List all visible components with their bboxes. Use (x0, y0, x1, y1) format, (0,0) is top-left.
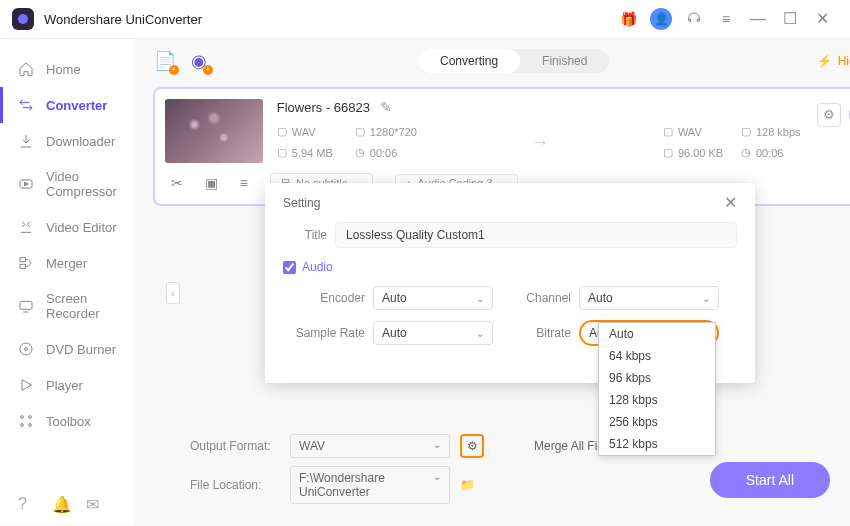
trim-icon[interactable]: ✂ (171, 175, 183, 191)
dest-format: WAV (678, 126, 702, 138)
output-format-settings-icon[interactable]: ⚙ (460, 434, 484, 458)
sidebar-item-editor[interactable]: Video Editor (0, 209, 135, 245)
sidebar-item-label: Converter (46, 98, 107, 113)
sidebar-item-label: Video Editor (46, 220, 117, 235)
high-speed-label: High Speed Conversion (838, 54, 850, 68)
source-duration: 00:06 (370, 147, 398, 159)
sample-rate-value: Auto (382, 326, 407, 340)
close-icon[interactable]: ✕ (812, 9, 832, 29)
status-tabs: Converting Finished (418, 49, 609, 73)
gift-icon[interactable]: 🎁 (618, 9, 638, 29)
output-settings-icon[interactable]: ⚙ (817, 103, 841, 127)
merger-icon (18, 255, 34, 271)
output-format-label: Output Format: (190, 439, 280, 453)
crop-icon[interactable]: ▣ (205, 175, 218, 191)
item-title-text: Flowers - 66823 (277, 100, 370, 115)
tab-finished[interactable]: Finished (520, 49, 609, 73)
audio-checkbox-row[interactable]: Audio (283, 260, 737, 274)
channel-label: Channel (501, 291, 571, 305)
channel-value: Auto (588, 291, 613, 305)
svg-rect-1 (20, 258, 25, 262)
chevron-down-icon: ⌄ (476, 328, 484, 339)
bolt-icon: ⚡ (817, 54, 832, 68)
notification-icon[interactable]: 🔔 (52, 496, 68, 512)
title-input[interactable] (335, 222, 737, 248)
encoder-select[interactable]: Auto⌄ (373, 286, 493, 310)
channel-select[interactable]: Auto⌄ (579, 286, 719, 310)
editor-icon (18, 219, 34, 235)
audio-checkbox[interactable] (283, 261, 296, 274)
feedback-icon[interactable]: ✉ (86, 496, 102, 512)
add-file-button[interactable]: 📄+ (153, 49, 177, 73)
sidebar-item-converter[interactable]: Converter (0, 87, 135, 123)
file-location-select[interactable]: F:\Wondershare UniConverter⌄ (290, 466, 450, 504)
source-size: 5.94 MB (292, 147, 333, 159)
bitrate-option[interactable]: 96 kbps (599, 367, 715, 389)
sample-rate-select[interactable]: Auto⌄ (373, 321, 493, 345)
size-icon: ▢ (277, 146, 287, 159)
video-thumbnail[interactable] (165, 99, 263, 163)
player-icon (18, 377, 34, 393)
edit-title-icon[interactable]: ✎ (380, 99, 392, 115)
dvd-icon (18, 341, 34, 357)
sidebar-item-label: Player (46, 378, 83, 393)
bitrate-option[interactable]: 64 kbps (599, 345, 715, 367)
home-icon (18, 61, 34, 77)
user-avatar-icon[interactable]: 👤 (650, 8, 672, 30)
bitrate-option[interactable]: Auto (599, 323, 715, 345)
sidebar-item-recorder[interactable]: Screen Recorder (0, 281, 135, 331)
minimize-icon[interactable]: — (748, 9, 768, 29)
resolution-icon: ▢ (355, 125, 365, 138)
bitrate-icon: ▢ (741, 125, 751, 138)
sample-rate-label: Sample Rate (283, 326, 365, 340)
svg-point-7 (29, 416, 32, 419)
dest-duration: 00:06 (756, 147, 784, 159)
file-location-label: File Location: (190, 478, 280, 492)
sidebar-item-downloader[interactable]: Downloader (0, 123, 135, 159)
bitrate-label: Bitrate (501, 326, 571, 340)
compressor-icon (18, 176, 34, 192)
svg-point-5 (25, 348, 28, 351)
format-icon: ▢ (277, 125, 287, 138)
dest-size: 96.00 KB (678, 147, 723, 159)
sidebar-item-compressor[interactable]: Video Compressor (0, 159, 135, 209)
menu-icon[interactable]: ≡ (716, 9, 736, 29)
arrow-icon: → (531, 132, 549, 153)
svg-rect-2 (20, 264, 25, 268)
sidebar-item-label: Downloader (46, 134, 115, 149)
size-icon: ▢ (663, 146, 673, 159)
headset-icon[interactable] (684, 9, 704, 29)
bitrate-option[interactable]: 512 kbps (599, 433, 715, 455)
audio-label: Audio (302, 260, 333, 274)
add-dvd-button[interactable]: ◉+ (187, 49, 211, 73)
close-panel-icon[interactable]: ✕ (724, 193, 737, 212)
chevron-down-icon: ⌄ (702, 293, 710, 304)
sidebar-item-home[interactable]: Home (0, 51, 135, 87)
sidebar-item-label: DVD Burner (46, 342, 116, 357)
panel-title: Setting (283, 196, 320, 210)
bitrate-option[interactable]: 256 kbps (599, 411, 715, 433)
app-logo (12, 8, 34, 30)
open-folder-icon[interactable]: 📁 (460, 478, 475, 492)
svg-point-4 (20, 343, 32, 355)
start-all-button[interactable]: Start All (710, 462, 830, 498)
titlebar: Wondershare UniConverter 🎁 👤 ≡ — ☐ ✕ (0, 0, 850, 39)
app-title: Wondershare UniConverter (44, 12, 202, 27)
recorder-icon (18, 298, 34, 314)
format-icon: ▢ (663, 125, 673, 138)
svg-rect-3 (20, 301, 32, 309)
source-format: WAV (292, 126, 316, 138)
encoder-label: Encoder (283, 291, 365, 305)
high-speed-toggle[interactable]: ⚡High Speed Conversion (817, 54, 850, 68)
help-icon[interactable]: ? (18, 496, 34, 512)
effects-icon[interactable]: ≡ (240, 175, 248, 191)
sidebar-item-dvd[interactable]: DVD Burner (0, 331, 135, 367)
output-format-select[interactable]: WAV⌄ (290, 434, 450, 458)
tab-converting[interactable]: Converting (418, 49, 520, 73)
svg-point-6 (21, 416, 24, 419)
sidebar-item-merger[interactable]: Merger (0, 245, 135, 281)
sidebar-item-player[interactable]: Player (0, 367, 135, 403)
bitrate-option[interactable]: 128 kbps (599, 389, 715, 411)
maximize-icon[interactable]: ☐ (780, 9, 800, 29)
file-location-value: F:\Wondershare UniConverter (299, 471, 433, 499)
